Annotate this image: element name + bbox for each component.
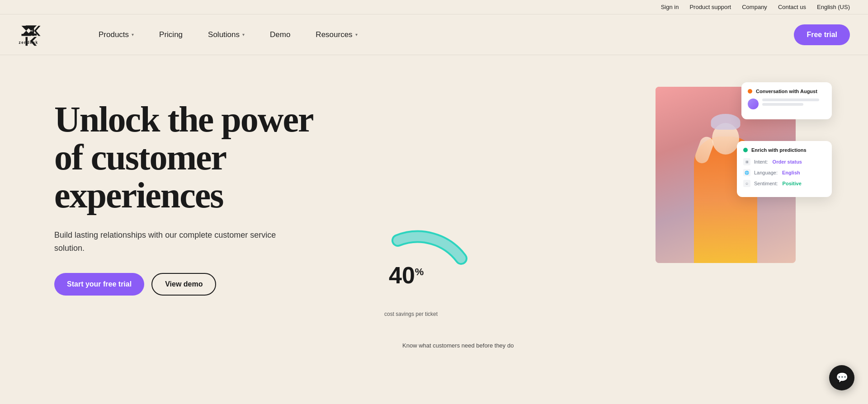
conv-header: Conversation with August	[748, 89, 826, 94]
pred-row-language: 🌐 Language: English	[743, 169, 826, 176]
chat-bubble[interactable]: 💬	[829, 365, 854, 390]
hero-title: Unlock the power of customer experiences	[54, 100, 371, 214]
gauge-label: cost savings per ticket	[384, 311, 479, 317]
start-trial-button[interactable]: Start your free trial	[54, 273, 144, 296]
hero-title-line1: Unlock the power	[54, 99, 313, 139]
pred-title: Enrich with predictions	[751, 147, 807, 153]
pred-status-dot	[743, 148, 748, 152]
svg-text:zendesk: zendesk	[19, 41, 38, 45]
svg-rect-2	[33, 26, 34, 36]
main-nav: zendesk zendesk Products ▾ Pricing Solut…	[0, 14, 868, 55]
company-link[interactable]: Company	[742, 4, 767, 10]
view-demo-button[interactable]: View demo	[151, 273, 216, 296]
chat-bubble-icon: 💬	[836, 372, 848, 384]
gauge-percent-symbol: %	[415, 266, 424, 277]
pred-row-sentiment: ☺ Sentiment: Positive	[743, 180, 826, 187]
hero-subtitle: Build lasting relationships with our com…	[54, 229, 280, 255]
predictions-card: Enrich with predictions ⊞ Intent: Order …	[737, 141, 832, 197]
pred-intent-value: Order status	[773, 159, 802, 164]
contact-us-link[interactable]: Contact us	[778, 4, 806, 10]
resources-chevron-icon: ▾	[355, 32, 358, 37]
conv-line-1	[762, 99, 819, 101]
solutions-chevron-icon: ▾	[242, 32, 245, 37]
top-bar: Sign in Product support Company Contact …	[0, 0, 868, 14]
hero-title-line2: of customer	[54, 137, 226, 177]
sign-in-link[interactable]: Sign in	[661, 4, 679, 10]
gauge-area: 40% cost savings per ticket	[380, 291, 479, 317]
nav-demo-label: Demo	[270, 30, 290, 39]
nav-products-label: Products	[99, 30, 129, 39]
conv-status-dot	[748, 89, 752, 94]
intent-icon: ⊞	[743, 158, 750, 165]
nav-pricing-label: Pricing	[159, 30, 183, 39]
nav-links: Products ▾ Pricing Solutions ▾ Demo Reso…	[86, 14, 794, 55]
hero-right: 40% cost savings per ticket	[380, 82, 832, 353]
gauge-arc-svg	[389, 195, 470, 268]
conversation-card: Conversation with August	[741, 82, 832, 119]
nav-demo[interactable]: Demo	[257, 14, 303, 55]
nav-resources[interactable]: Resources ▾	[303, 14, 370, 55]
pred-intent-label: Intent:	[754, 159, 768, 164]
hero-buttons: Start your free trial View demo	[54, 273, 371, 296]
hero-section: Unlock the power of customer experiences…	[0, 55, 868, 371]
nav-solutions-label: Solutions	[208, 30, 240, 39]
pred-language-label: Language:	[754, 170, 778, 175]
pred-row-intent: ⊞ Intent: Order status	[743, 158, 826, 165]
hero-caption: Know what customers need before they do	[402, 342, 514, 349]
hero-left: Unlock the power of customer experiences…	[54, 82, 371, 296]
language-selector[interactable]: English (US)	[817, 4, 850, 10]
zendesk-logo-svg: zendesk zendesk	[18, 22, 59, 47]
conv-title: Conversation with August	[756, 89, 817, 94]
pred-sentiment-value: Positive	[783, 181, 802, 186]
nav-products[interactable]: Products ▾	[86, 14, 146, 55]
free-trial-button[interactable]: Free trial	[794, 24, 850, 45]
conv-avatar	[748, 99, 759, 109]
sentiment-icon: ☺	[743, 180, 750, 187]
products-chevron-icon: ▾	[132, 32, 134, 37]
nav-cta: Free trial	[794, 24, 850, 45]
product-support-link[interactable]: Product support	[689, 4, 731, 10]
conv-line-2	[762, 103, 803, 106]
pred-sentiment-label: Sentiment:	[754, 181, 778, 186]
nav-pricing[interactable]: Pricing	[146, 14, 195, 55]
nav-solutions[interactable]: Solutions ▾	[195, 14, 257, 55]
pred-language-value: English	[782, 170, 800, 175]
language-icon: 🌐	[743, 169, 750, 176]
pred-header: Enrich with predictions	[743, 147, 826, 153]
hero-title-line3: experiences	[54, 175, 223, 215]
logo[interactable]: zendesk zendesk	[18, 22, 59, 47]
nav-resources-label: Resources	[316, 30, 352, 39]
